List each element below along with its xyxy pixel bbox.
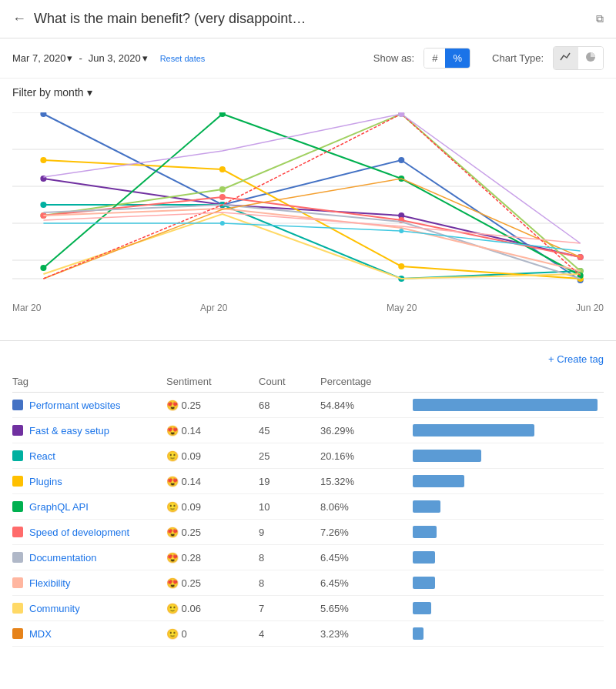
bar-cell [413, 399, 604, 411]
percentage-cell: 6.45% [320, 577, 413, 589]
tag-name-link[interactable]: Fast & easy setup [29, 425, 109, 436]
svg-point-13 [40, 112, 46, 117]
toolbar: Mar 7, 2020 ▾ - Jun 3, 2020 ▾ Reset date… [0, 38, 616, 79]
percentage-bar [413, 399, 598, 411]
count-cell: 68 [259, 400, 320, 411]
percentage-bar [413, 627, 424, 640]
tag-cell: Performant websites [12, 400, 166, 411]
tag-color-swatch [12, 577, 23, 588]
tag-name-link[interactable]: GraphQL API [29, 501, 89, 513]
sentiment-cell: 😍 0.14 [166, 425, 259, 436]
filter-month-button[interactable]: Filter by month ▾ [12, 86, 92, 99]
table-row: GraphQL API 🙂 0.09 10 8.06% [12, 494, 604, 520]
date-separator: - [79, 52, 82, 64]
pie-chart-button[interactable] [578, 47, 603, 69]
count-cell: 9 [259, 527, 320, 538]
reset-dates-link[interactable]: Reset dates [160, 54, 206, 63]
count-cell: 45 [259, 425, 320, 436]
tag-color-swatch [12, 450, 23, 461]
tag-name-link[interactable]: Community [29, 603, 80, 614]
x-axis: Mar 20 Apr 20 May 20 Jun 20 [12, 299, 604, 319]
bar-cell [413, 551, 604, 564]
percentage-bar [413, 602, 431, 614]
tag-name-link[interactable]: Plugins [29, 476, 62, 487]
show-as-hash-button[interactable]: # [424, 48, 445, 68]
sentiment-cell: 😍 0.25 [166, 400, 259, 411]
create-tag-button[interactable]: + Create tag [0, 347, 616, 371]
sentiment-cell: 🙂 0.06 [166, 603, 259, 614]
bar-cell [413, 500, 604, 513]
chevron-down-icon: ▾ [87, 86, 92, 99]
tag-color-swatch [12, 603, 23, 614]
count-cell: 4 [259, 628, 320, 640]
tag-cell: Speed of development [12, 527, 166, 538]
svg-point-27 [398, 263, 404, 269]
bar-cell [413, 450, 604, 462]
percentage-bar [413, 450, 481, 462]
count-cell: 19 [259, 476, 320, 487]
bar-cell [413, 627, 604, 640]
tag-color-swatch [12, 552, 23, 563]
date-start-button[interactable]: Mar 7, 2020 ▾ [12, 52, 72, 64]
count-cell: 25 [259, 450, 320, 462]
table-row: Speed of development 😍 0.25 9 7.26% [12, 520, 604, 545]
tag-cell: Community [12, 603, 166, 614]
percentage-cell: 3.23% [320, 628, 413, 640]
filter-section: Filter by month ▾ [0, 80, 616, 105]
count-cell: 8 [259, 577, 320, 589]
external-link-icon[interactable]: ⧉ [596, 12, 604, 25]
bar-cell [413, 602, 604, 614]
tag-cell: React [12, 450, 166, 462]
percentage-cell: 15.32% [320, 476, 413, 487]
svg-point-33 [40, 265, 46, 271]
show-as-percent-button[interactable]: % [445, 48, 470, 68]
tag-color-swatch [12, 476, 23, 487]
svg-point-26 [219, 166, 226, 172]
tag-cell: MDX [12, 628, 166, 640]
bar-cell [413, 424, 604, 436]
date-end-button[interactable]: Jun 3, 2020 ▾ [89, 52, 148, 64]
page-title: What is the main benefit? (very disappoi… [34, 11, 591, 27]
tag-cell: GraphQL API [12, 501, 166, 513]
percentage-bar [413, 500, 440, 513]
show-as-label: Show as: [373, 52, 414, 64]
sentiment-cell: 🙂 0.09 [166, 450, 259, 462]
table-row: Documentation 😍 0.28 8 6.45% [12, 545, 604, 570]
bar-cell [413, 526, 604, 538]
line-chart-button[interactable] [554, 47, 578, 69]
chart-type-toggle [553, 46, 604, 70]
bar-cell [413, 475, 604, 487]
percentage-bar [413, 551, 435, 564]
svg-point-21 [40, 202, 46, 208]
tag-color-swatch [12, 527, 23, 537]
sentiment-cell: 😍 0.28 [166, 552, 259, 564]
percentage-bar [413, 424, 534, 436]
tag-name-link[interactable]: MDX [29, 628, 52, 640]
tag-name-link[interactable]: Documentation [29, 552, 96, 564]
tag-cell: Fast & easy setup [12, 425, 166, 436]
table-row: Plugins 😍 0.14 19 15.32% [12, 469, 604, 494]
table-row: Flexibility 😍 0.25 8 6.45% [12, 570, 604, 596]
percentage-cell: 54.84% [320, 400, 413, 411]
bar-cell [413, 577, 604, 589]
col-tag: Tag [12, 376, 166, 387]
tag-name-link[interactable]: React [29, 450, 55, 462]
tag-name-link[interactable]: Flexibility [29, 577, 70, 589]
svg-point-38 [219, 194, 226, 200]
tag-name-link[interactable]: Speed of development [29, 527, 129, 538]
svg-point-30 [219, 186, 226, 192]
sentiment-cell: 🙂 0.09 [166, 501, 259, 513]
line-chart: 100 80 60 40 20 0 [12, 112, 604, 297]
percentage-bar [413, 475, 464, 487]
svg-point-15 [398, 157, 404, 163]
tag-cell: Flexibility [12, 577, 166, 589]
tag-color-swatch [12, 425, 23, 436]
sentiment-cell: 😍 0.14 [166, 476, 259, 487]
tag-name-link[interactable]: Performant websites [29, 400, 121, 411]
back-button[interactable]: ← [12, 11, 26, 27]
percentage-cell: 6.45% [320, 552, 413, 564]
percentage-bar [413, 526, 437, 538]
table-row: React 🙂 0.09 25 20.16% [12, 443, 604, 469]
count-cell: 7 [259, 603, 320, 614]
table-row: Community 🙂 0.06 7 5.65% [12, 596, 604, 621]
